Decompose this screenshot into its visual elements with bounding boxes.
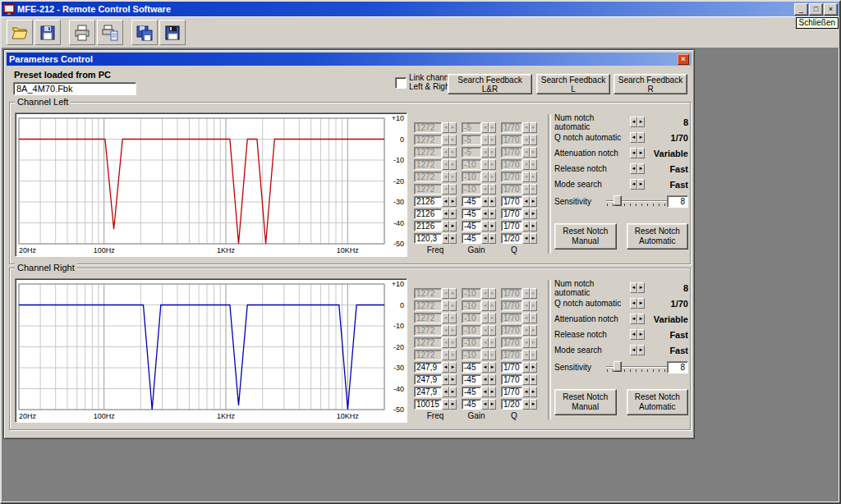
- gain-increment-arrow-icon[interactable]: ►: [489, 135, 496, 145]
- gain-value-field[interactable]: -10: [462, 313, 481, 323]
- search-feedback-l-button[interactable]: Search Feedback L: [536, 74, 610, 94]
- q-value-field[interactable]: 1/20: [501, 399, 522, 410]
- gain-increment-arrow-icon[interactable]: ►: [489, 184, 496, 195]
- setting-decrement-arrow-icon[interactable]: ◄: [630, 117, 637, 127]
- gain-increment-arrow-icon[interactable]: ►: [489, 122, 496, 133]
- preset-filename-field[interactable]: [13, 82, 136, 95]
- q-decrement-arrow-icon[interactable]: ◄: [522, 350, 530, 360]
- setting-increment-arrow-icon[interactable]: ►: [637, 117, 645, 127]
- freq-increment-arrow-icon[interactable]: ►: [449, 147, 457, 158]
- freq-decrement-arrow-icon[interactable]: ◄: [442, 337, 449, 348]
- freq-increment-arrow-icon[interactable]: ►: [449, 374, 457, 385]
- toolbar-open-button[interactable]: [7, 20, 33, 45]
- freq-decrement-arrow-icon[interactable]: ◄: [442, 159, 449, 170]
- gain-decrement-arrow-icon[interactable]: ◄: [481, 196, 489, 207]
- gain-value-field[interactable]: -10: [462, 172, 481, 182]
- freq-increment-arrow-icon[interactable]: ►: [449, 399, 457, 410]
- gain-decrement-arrow-icon[interactable]: ◄: [481, 184, 489, 195]
- gain-increment-arrow-icon[interactable]: ►: [489, 399, 496, 410]
- gain-decrement-arrow-icon[interactable]: ◄: [481, 362, 489, 373]
- q-value-field[interactable]: 1/70: [501, 325, 522, 336]
- q-decrement-arrow-icon[interactable]: ◄: [522, 313, 530, 323]
- q-increment-arrow-icon[interactable]: ►: [530, 387, 537, 397]
- freq-decrement-arrow-icon[interactable]: ◄: [442, 172, 449, 182]
- gain-decrement-arrow-icon[interactable]: ◄: [481, 288, 489, 299]
- gain-decrement-arrow-icon[interactable]: ◄: [481, 337, 489, 348]
- gain-increment-arrow-icon[interactable]: ►: [489, 196, 496, 207]
- freq-decrement-arrow-icon[interactable]: ◄: [442, 374, 449, 385]
- search-feedback-lr-button[interactable]: Search Feedback L&R: [448, 74, 532, 94]
- freq-increment-arrow-icon[interactable]: ►: [449, 208, 457, 219]
- minimize-button[interactable]: _: [794, 3, 808, 16]
- freq-decrement-arrow-icon[interactable]: ◄: [442, 325, 449, 336]
- gain-increment-arrow-icon[interactable]: ►: [489, 337, 496, 348]
- freq-increment-arrow-icon[interactable]: ►: [449, 300, 457, 311]
- q-increment-arrow-icon[interactable]: ►: [530, 196, 537, 207]
- q-decrement-arrow-icon[interactable]: ◄: [522, 172, 530, 182]
- freq-increment-arrow-icon[interactable]: ►: [449, 313, 457, 323]
- gain-value-field[interactable]: -10: [462, 300, 481, 311]
- q-increment-arrow-icon[interactable]: ►: [530, 172, 537, 182]
- freq-value-field[interactable]: 1272: [414, 135, 442, 145]
- freq-value-field[interactable]: 2126: [414, 196, 442, 207]
- q-value-field[interactable]: 1/70: [501, 337, 522, 348]
- q-value-field[interactable]: 1/70: [501, 196, 522, 207]
- q-decrement-arrow-icon[interactable]: ◄: [522, 387, 530, 397]
- window-titlebar[interactable]: MFE-212 - Remote Control Software _ □ ×: [2, 2, 839, 16]
- gain-value-field[interactable]: -45: [462, 362, 481, 373]
- setting-decrement-arrow-icon[interactable]: ◄: [630, 148, 637, 158]
- freq-increment-arrow-icon[interactable]: ►: [449, 135, 457, 145]
- gain-value-field[interactable]: -10: [462, 350, 481, 360]
- gain-decrement-arrow-icon[interactable]: ◄: [481, 350, 489, 360]
- gain-decrement-arrow-icon[interactable]: ◄: [481, 122, 489, 133]
- gain-increment-arrow-icon[interactable]: ►: [489, 233, 496, 244]
- q-increment-arrow-icon[interactable]: ►: [530, 159, 537, 170]
- gain-decrement-arrow-icon[interactable]: ◄: [481, 208, 489, 219]
- toolbar-save-all-button[interactable]: [131, 20, 158, 45]
- freq-increment-arrow-icon[interactable]: ►: [449, 288, 457, 299]
- q-decrement-arrow-icon[interactable]: ◄: [522, 288, 530, 299]
- freq-decrement-arrow-icon[interactable]: ◄: [442, 399, 449, 410]
- toolbar-print-document-button[interactable]: [97, 20, 123, 45]
- gain-increment-arrow-icon[interactable]: ►: [489, 300, 496, 311]
- q-value-field[interactable]: 1/70: [501, 135, 522, 145]
- gain-value-field[interactable]: -5: [462, 122, 481, 133]
- q-increment-arrow-icon[interactable]: ►: [530, 300, 537, 311]
- gain-value-field[interactable]: -10: [462, 288, 481, 299]
- gain-value-field[interactable]: -45: [462, 208, 481, 219]
- gain-value-field[interactable]: -5: [462, 135, 481, 145]
- gain-decrement-arrow-icon[interactable]: ◄: [481, 313, 489, 323]
- freq-increment-arrow-icon[interactable]: ►: [449, 184, 457, 195]
- q-value-field[interactable]: 1/70: [501, 172, 522, 182]
- gain-value-field[interactable]: -45: [462, 387, 481, 397]
- q-decrement-arrow-icon[interactable]: ◄: [522, 122, 530, 133]
- setting-increment-arrow-icon[interactable]: ►: [637, 298, 645, 309]
- q-value-field[interactable]: 1/70: [501, 300, 522, 311]
- gain-increment-arrow-icon[interactable]: ►: [489, 288, 496, 299]
- freq-decrement-arrow-icon[interactable]: ◄: [442, 147, 449, 158]
- q-decrement-arrow-icon[interactable]: ◄: [522, 135, 530, 145]
- toolbar-store-preset-button[interactable]: [159, 20, 186, 45]
- freq-increment-arrow-icon[interactable]: ►: [449, 172, 457, 182]
- freq-increment-arrow-icon[interactable]: ►: [449, 362, 457, 373]
- freq-increment-arrow-icon[interactable]: ►: [449, 337, 457, 348]
- q-decrement-arrow-icon[interactable]: ◄: [522, 325, 530, 336]
- freq-decrement-arrow-icon[interactable]: ◄: [442, 387, 449, 397]
- q-value-field[interactable]: 1/70: [501, 159, 522, 170]
- gain-decrement-arrow-icon[interactable]: ◄: [481, 387, 489, 397]
- setting-increment-arrow-icon[interactable]: ►: [637, 148, 645, 158]
- q-value-field[interactable]: 1/70: [501, 208, 522, 219]
- setting-increment-arrow-icon[interactable]: ►: [637, 282, 645, 293]
- gain-increment-arrow-icon[interactable]: ►: [489, 362, 496, 373]
- toolbar-print-button[interactable]: [69, 20, 95, 45]
- q-decrement-arrow-icon[interactable]: ◄: [522, 221, 530, 231]
- q-decrement-arrow-icon[interactable]: ◄: [522, 208, 530, 219]
- q-increment-arrow-icon[interactable]: ►: [530, 233, 537, 244]
- freq-value-field[interactable]: 1272: [414, 122, 442, 133]
- freq-decrement-arrow-icon[interactable]: ◄: [442, 300, 449, 311]
- setting-decrement-arrow-icon[interactable]: ◄: [630, 282, 637, 293]
- setting-increment-arrow-icon[interactable]: ►: [637, 329, 645, 340]
- setting-increment-arrow-icon[interactable]: ►: [637, 132, 645, 143]
- freq-increment-arrow-icon[interactable]: ►: [449, 196, 457, 207]
- freq-decrement-arrow-icon[interactable]: ◄: [442, 362, 449, 373]
